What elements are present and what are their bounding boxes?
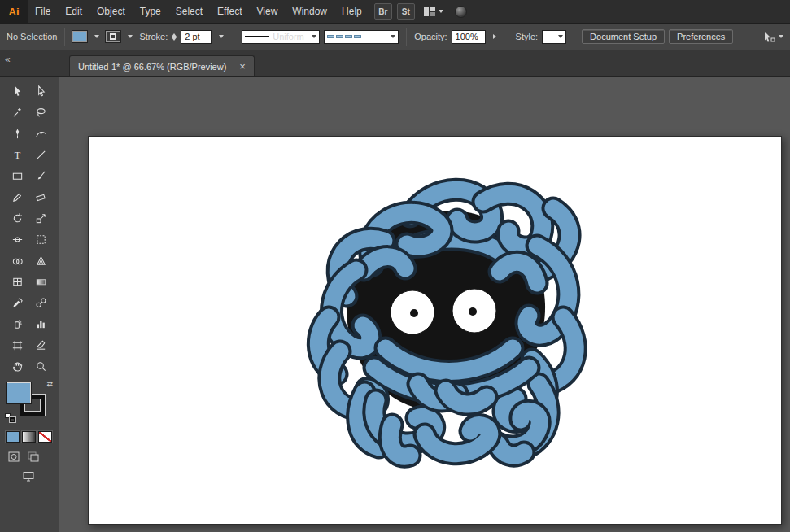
- brush-preview-icon: [327, 35, 361, 38]
- draw-behind-icon[interactable]: [28, 451, 39, 462]
- type-tool[interactable]: T: [10, 148, 26, 162]
- style-label: Style:: [516, 32, 539, 41]
- chevron-down-icon[interactable]: [779, 35, 783, 38]
- fill-stroke-widget: ⇄: [4, 380, 55, 424]
- gradient-tool[interactable]: [33, 275, 50, 289]
- close-icon[interactable]: ×: [239, 62, 246, 71]
- artboard[interactable]: [88, 136, 782, 525]
- chevron-down-icon: [312, 35, 316, 38]
- stroke-preview-icon: [245, 36, 269, 37]
- preferences-button[interactable]: Preferences: [669, 29, 733, 44]
- hand-tool[interactable]: [10, 360, 26, 373]
- opacity-input[interactable]: 100%: [452, 30, 486, 44]
- menu-window[interactable]: Window: [285, 0, 334, 23]
- stroke-indicator-icon: [110, 33, 116, 40]
- screen-mode-button[interactable]: [23, 470, 39, 485]
- menu-help[interactable]: Help: [334, 0, 369, 23]
- drawing-mode-buttons: [8, 451, 50, 462]
- selection-status: No Selection: [7, 32, 57, 41]
- direct-selection-tool[interactable]: [33, 85, 50, 98]
- stroke-weight-dropdown[interactable]: [216, 30, 226, 43]
- draw-normal-icon[interactable]: [8, 451, 20, 462]
- stroke-color-dropdown[interactable]: [124, 30, 135, 43]
- line-segment-tool[interactable]: [33, 148, 50, 162]
- eraser-tool[interactable]: [33, 190, 50, 204]
- width-tool[interactable]: [10, 233, 26, 246]
- opacity-panel-link[interactable]: Opacity:: [414, 32, 447, 41]
- stroke-weight-input[interactable]: 2 pt: [181, 30, 212, 44]
- column-graph-tool[interactable]: [33, 317, 50, 331]
- swap-fill-stroke-icon[interactable]: ⇄: [46, 380, 53, 388]
- document-setup-button[interactable]: Document Setup: [582, 29, 665, 44]
- tangela-artwork[interactable]: [295, 166, 602, 469]
- menu-select[interactable]: Select: [168, 0, 210, 23]
- chevron-down-icon: [219, 35, 224, 38]
- blend-tool[interactable]: [33, 296, 50, 310]
- free-transform-tool[interactable]: [33, 233, 50, 246]
- divider: [508, 28, 508, 46]
- chevron-right-icon: [493, 34, 496, 39]
- scale-tool[interactable]: [33, 211, 50, 225]
- menu-effect[interactable]: Effect: [210, 0, 249, 23]
- stroke-weight-stepper[interactable]: [172, 33, 177, 41]
- stroke-color-swatch[interactable]: [106, 31, 120, 42]
- brush-definition-dropdown[interactable]: [324, 30, 399, 44]
- rotate-tool[interactable]: [10, 211, 26, 225]
- default-fill-stroke-icon[interactable]: [5, 413, 15, 422]
- illustrator-window: Ai File Edit Object Type Select Effect V…: [0, 0, 790, 532]
- svg-text:T: T: [15, 150, 21, 161]
- lasso-tool[interactable]: [33, 106, 50, 120]
- main-area: T: [0, 77, 790, 532]
- stroke-panel-link[interactable]: Stroke:: [139, 32, 168, 41]
- tools-panel: T: [0, 77, 59, 532]
- canvas-area[interactable]: [59, 77, 790, 532]
- menu-file[interactable]: File: [28, 0, 58, 23]
- paintbrush-tool[interactable]: [33, 169, 50, 183]
- symbol-sprayer-tool[interactable]: [10, 317, 26, 331]
- selection-tool[interactable]: [10, 85, 26, 98]
- control-bar: No Selection Stroke: 2 pt Uniform Opacit…: [0, 24, 790, 50]
- workspace-switcher[interactable]: [423, 6, 443, 17]
- gradient-button[interactable]: [22, 431, 36, 443]
- app-logo: Ai: [0, 0, 28, 23]
- chevron-down-icon: [391, 35, 395, 38]
- collapse-dock-icon[interactable]: «: [0, 54, 59, 76]
- slice-tool[interactable]: [33, 338, 50, 352]
- tab-bar: « Untitled-1* @ 66.67% (RGB/Preview) ×: [0, 50, 790, 77]
- shape-builder-tool[interactable]: [10, 254, 26, 268]
- divider: [234, 28, 234, 46]
- style-dropdown[interactable]: [542, 30, 566, 44]
- mesh-tool[interactable]: [10, 275, 26, 289]
- menu-edit[interactable]: Edit: [58, 0, 89, 23]
- stock-button[interactable]: St: [397, 3, 415, 20]
- menu-type[interactable]: Type: [133, 0, 168, 23]
- variable-width-profile-dropdown[interactable]: Uniform: [242, 30, 320, 44]
- select-similar-icon[interactable]: [762, 31, 775, 43]
- document-tab[interactable]: Untitled-1* @ 66.67% (RGB/Preview) ×: [69, 55, 255, 76]
- perspective-grid-tool[interactable]: [33, 254, 50, 268]
- menu-bar: Ai File Edit Object Type Select Effect V…: [0, 0, 790, 24]
- opacity-dropdown[interactable]: [490, 30, 500, 43]
- artboard-tool[interactable]: [10, 338, 26, 352]
- rectangle-tool[interactable]: [10, 169, 26, 183]
- menu-view[interactable]: View: [250, 0, 286, 23]
- bridge-button[interactable]: Br: [374, 3, 392, 20]
- eyedropper-tool[interactable]: [10, 296, 26, 310]
- step-down-icon: [172, 37, 177, 41]
- chevron-down-icon: [128, 35, 133, 38]
- fill-proxy-swatch[interactable]: [7, 382, 31, 403]
- tool-grid: T: [6, 85, 53, 373]
- menu-object[interactable]: Object: [89, 0, 133, 23]
- profile-label: Uniform: [273, 32, 304, 41]
- none-button[interactable]: [38, 431, 52, 443]
- pen-tool[interactable]: [10, 127, 26, 141]
- color-button[interactable]: [6, 431, 20, 443]
- chevron-down-icon: [94, 35, 99, 38]
- magic-wand-tool[interactable]: [10, 106, 26, 120]
- fill-color-dropdown[interactable]: [91, 30, 102, 43]
- curvature-tool[interactable]: [33, 127, 50, 141]
- zoom-tool[interactable]: [33, 360, 50, 373]
- pencil-tool[interactable]: [10, 190, 26, 204]
- fill-color-swatch[interactable]: [72, 31, 87, 42]
- cs-live-icon[interactable]: [455, 6, 467, 18]
